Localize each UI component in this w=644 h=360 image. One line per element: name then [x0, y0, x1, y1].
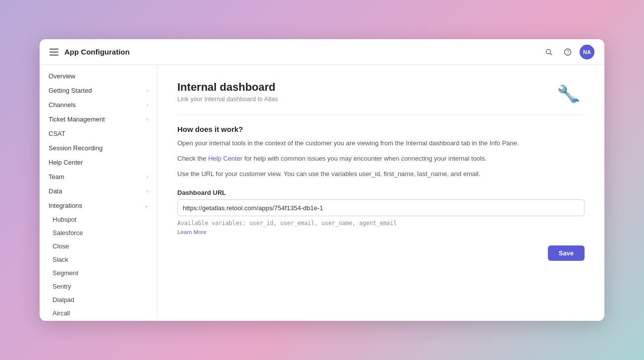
sidebar-item-hubspot[interactable]: Hubspot: [40, 213, 157, 226]
svg-text:?: ?: [567, 50, 570, 55]
body: Overview Getting Started › Channels › Ti…: [40, 65, 604, 321]
sidebar-item-integrations[interactable]: Integrations ⌄: [40, 198, 157, 213]
sidebar-item-data[interactable]: Data ›: [40, 184, 157, 198]
app-window: App Configuration ? NA Overvie: [40, 39, 604, 321]
sidebar-item-help-center[interactable]: Help Center: [40, 155, 157, 170]
sidebar-item-dialpad[interactable]: Dialpad: [40, 293, 157, 306]
search-icon[interactable]: [542, 45, 556, 59]
field-hint-label: Available variables:: [177, 220, 246, 227]
main-content: Internal dashboard Link your Internal da…: [158, 65, 604, 321]
hamburger-menu[interactable]: [50, 49, 58, 56]
page-header-text: Internal dashboard Link your Internal da…: [177, 81, 278, 103]
svg-text:☁: ☁: [571, 94, 580, 104]
chevron-right-icon: ›: [147, 88, 148, 93]
how-text2: Check the Help Center for help with comm…: [177, 154, 585, 164]
page-title: Internal dashboard: [177, 81, 278, 94]
chevron-right-icon: ›: [147, 188, 148, 194]
field-hint: Available variables: user_id, user_email…: [177, 219, 585, 237]
tools-icon: 🔧 ☁: [557, 81, 585, 105]
chevron-right-icon: ›: [147, 102, 148, 108]
header-right: ? NA: [542, 45, 594, 60]
dashboard-url-input[interactable]: [177, 199, 585, 216]
header: App Configuration ? NA: [40, 39, 604, 65]
sidebar-item-slack[interactable]: Slack: [40, 253, 157, 266]
page-subtitle: Link your Internal dashboard to Atlas: [177, 96, 278, 103]
svg-line-1: [550, 53, 552, 55]
sidebar-item-segment[interactable]: Segment: [40, 266, 157, 280]
save-button[interactable]: Save: [548, 245, 585, 261]
chevron-right-icon: ›: [147, 117, 148, 122]
sidebar: Overview Getting Started › Channels › Ti…: [40, 65, 158, 321]
sidebar-item-aircall[interactable]: Aircall: [40, 306, 157, 320]
how-title: How does it work?: [177, 125, 585, 133]
field-hint-vars: user_id, user_email, user_name, agent_em…: [246, 220, 397, 227]
avatar[interactable]: NA: [580, 45, 594, 60]
how-text2-before: Check the: [177, 155, 208, 162]
learn-more-link[interactable]: Learn More: [177, 229, 207, 235]
sidebar-item-salesforce[interactable]: Salesforce: [40, 226, 157, 240]
sidebar-item-linear[interactable]: Linear: [40, 320, 157, 321]
field-label: Dashboard URL: [177, 189, 585, 196]
sidebar-item-close[interactable]: Close: [40, 240, 157, 253]
header-left: App Configuration: [50, 48, 130, 56]
how-section: How does it work? Open your internal too…: [177, 125, 585, 179]
how-text2-after: for help with common issues you may enco…: [243, 155, 487, 162]
sidebar-item-team[interactable]: Team ›: [40, 170, 157, 184]
field-section: Dashboard URL Available variables: user_…: [177, 189, 585, 237]
help-icon[interactable]: ?: [561, 45, 575, 59]
sidebar-item-getting-started[interactable]: Getting Started ›: [40, 83, 157, 98]
help-center-link[interactable]: Help Center: [208, 155, 242, 162]
chevron-right-icon: ›: [147, 174, 148, 180]
sidebar-item-channels[interactable]: Channels ›: [40, 98, 157, 112]
how-text3: Use the URL for your customer view. You …: [177, 169, 585, 180]
sidebar-item-ticket-management[interactable]: Ticket Management ›: [40, 112, 157, 126]
chevron-down-icon: ⌄: [144, 203, 148, 208]
app-title: App Configuration: [64, 48, 130, 56]
field-row: [177, 199, 585, 216]
sidebar-item-overview[interactable]: Overview: [40, 69, 157, 83]
page-icon-area: 🔧 ☁: [557, 81, 585, 105]
sidebar-item-session-recording[interactable]: Session Recording: [40, 141, 157, 155]
page-header: Internal dashboard Link your Internal da…: [177, 81, 585, 115]
how-text1: Open your internal tools in the context …: [177, 138, 585, 149]
sidebar-item-csat[interactable]: CSAT: [40, 126, 157, 141]
sidebar-item-sentry[interactable]: Sentry: [40, 280, 157, 293]
